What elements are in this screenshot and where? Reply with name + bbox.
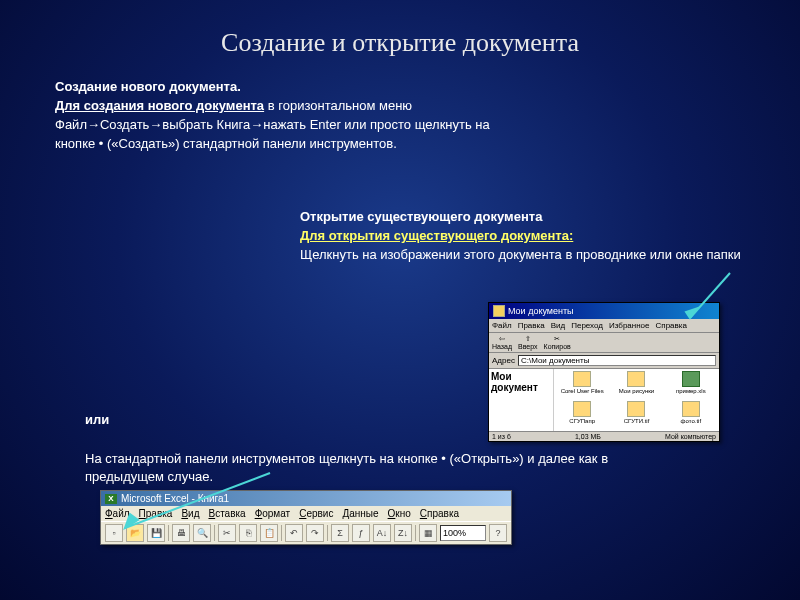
- file-item[interactable]: СГУПапр: [556, 401, 608, 429]
- open-body: Щелкнуть на изображении этого документа …: [300, 246, 760, 265]
- file-item[interactable]: фото.tif: [665, 401, 717, 429]
- nav-copy[interactable]: ✂Копиров: [544, 335, 571, 350]
- open-lead: Для открытия существующего документа:: [300, 227, 800, 246]
- menu-item[interactable]: Данные: [342, 508, 378, 519]
- menu-item[interactable]: Переход: [571, 321, 603, 330]
- arrow-to-file-icon: [680, 268, 740, 328]
- explorer-addressbar: Адрес: [489, 353, 719, 369]
- sort-desc-button[interactable]: Z↓: [394, 524, 412, 542]
- explorer-navbar: ⇦Назад ⇧Вверх ✂Копиров: [489, 333, 719, 353]
- nav-up[interactable]: ⇧Вверх: [518, 335, 538, 350]
- arrow-to-open-button: [120, 470, 280, 540]
- excel-file-icon: [682, 371, 700, 387]
- open-section: Открытие существующего документа Для отк…: [300, 208, 800, 265]
- menu-item[interactable]: Избранное: [609, 321, 650, 330]
- sum-button[interactable]: Σ: [331, 524, 349, 542]
- menu-item[interactable]: Правка: [518, 321, 545, 330]
- menu-item[interactable]: Вид: [551, 321, 565, 330]
- file-item[interactable]: Мои рисунки: [610, 371, 662, 399]
- file-item[interactable]: СГУТИ.tif: [610, 401, 662, 429]
- or-label: или: [85, 412, 109, 427]
- addr-label: Адрес: [492, 356, 515, 365]
- create-heading: Создание нового документа.: [55, 78, 495, 97]
- addr-input[interactable]: [518, 355, 716, 366]
- menu-item[interactable]: Справка: [420, 508, 459, 519]
- redo-button[interactable]: ↷: [306, 524, 324, 542]
- zoom-box[interactable]: 100%: [440, 525, 486, 541]
- slide-title: Создание и открытие документа: [0, 0, 800, 68]
- svg-marker-1: [686, 308, 698, 318]
- folder-icon: [493, 305, 505, 317]
- status-size: 1,03 МБ: [575, 433, 601, 440]
- help-button[interactable]: ?: [489, 524, 507, 542]
- excel-icon: X: [105, 494, 117, 504]
- svg-line-2: [125, 473, 270, 528]
- menu-item[interactable]: Сервис: [299, 508, 333, 519]
- fx-button[interactable]: ƒ: [352, 524, 370, 542]
- open-heading: Открытие существующего документа: [300, 208, 800, 227]
- file-item-selected[interactable]: пример.xls: [665, 371, 717, 399]
- menu-item[interactable]: Окно: [388, 508, 411, 519]
- explorer-status: 1 из 6 1,03 МБ Мой компьютер: [489, 431, 719, 441]
- sort-asc-button[interactable]: A↓: [373, 524, 391, 542]
- create-lead: Для создания нового документа: [55, 98, 264, 113]
- explorer-files: Corel User Files Мои рисунки пример.xls …: [554, 369, 719, 431]
- menu-item[interactable]: Файл: [492, 321, 512, 330]
- file-item[interactable]: Corel User Files: [556, 371, 608, 399]
- create-section: Создание нового документа. Для создания …: [55, 78, 495, 153]
- chart-button[interactable]: ▦: [419, 524, 437, 542]
- explorer-content: Мои документ Corel User Files Мои рисунк…: [489, 369, 719, 431]
- status-count: 1 из 6: [492, 433, 511, 440]
- undo-button[interactable]: ↶: [285, 524, 303, 542]
- nav-back[interactable]: ⇦Назад: [492, 335, 512, 350]
- status-location: Мой компьютер: [665, 433, 716, 440]
- explorer-side: Мои документ: [489, 369, 554, 431]
- explorer-title: Мои документы: [508, 306, 574, 316]
